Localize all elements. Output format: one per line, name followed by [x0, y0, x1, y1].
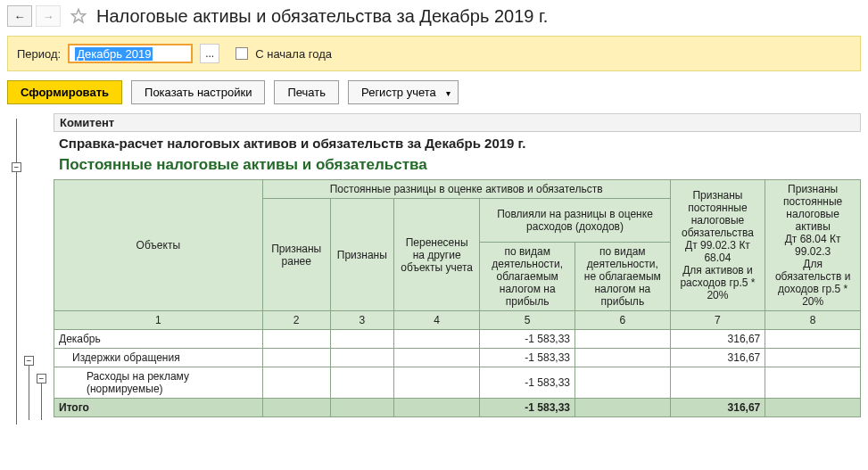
page-title: Налоговые активы и обязательства за Дека…	[96, 6, 548, 27]
th-perm-diff: Постоянные разницы в оценке активов и об…	[262, 180, 670, 199]
th-taxable: по видам деятельности, облагаемым налого…	[480, 243, 575, 311]
colnum: 7	[670, 311, 765, 330]
favorite-star-icon[interactable]	[70, 7, 87, 25]
period-value: Декабрь 2019	[75, 47, 153, 61]
table-total-row: Итого -1 583,33 316,67	[54, 399, 861, 417]
period-input[interactable]: Декабрь 2019	[68, 44, 193, 63]
colnum: 2	[262, 311, 330, 330]
report-table: Объекты Постоянные разницы в оценке акти…	[54, 179, 861, 417]
tree-toggle[interactable]: −	[12, 162, 21, 172]
total-cell: -1 583,33	[480, 399, 575, 417]
report-title: Справка-расчет налоговых активов и обяза…	[54, 132, 861, 153]
cell-label: Расходы на рекламу (нормируемые)	[54, 367, 263, 399]
table-row: Издержки обращения -1 583,33 316,67	[54, 349, 861, 367]
organization-row: Комитент	[54, 113, 861, 132]
th-recognized: Признаны	[330, 199, 393, 311]
table-row: Расходы на рекламу (нормируемые) -1 583,…	[54, 367, 861, 399]
colnum: 4	[393, 311, 479, 330]
generate-button[interactable]: Сформировать	[7, 80, 122, 104]
forward-button[interactable]: →	[36, 5, 61, 27]
back-button[interactable]: ←	[7, 5, 32, 27]
th-affected: Повлияли на разницы в оценке расходов (д…	[480, 199, 670, 243]
from-year-start-checkbox[interactable]	[236, 47, 248, 60]
th-col7: Признаны постоянные налоговые обязательс…	[670, 180, 765, 311]
tree-toggle[interactable]: −	[37, 374, 46, 383]
cell: 316,67	[670, 349, 765, 367]
table-row: Декабрь -1 583,33 316,67	[54, 330, 861, 349]
register-dropdown[interactable]: Регистр учета	[348, 80, 459, 104]
th-nontaxable: по видам деятельности, не облагаемым нал…	[575, 243, 671, 311]
colnum: 5	[480, 311, 575, 330]
total-label: Итого	[54, 399, 263, 417]
th-recognized-before: Признаны ранее	[262, 199, 330, 311]
cell: 316,67	[670, 330, 765, 349]
cell: -1 583,33	[480, 367, 575, 399]
total-cell: 316,67	[670, 399, 765, 417]
period-label: Период:	[17, 47, 61, 61]
period-bar: Период: Декабрь 2019 ... С начала года	[7, 36, 861, 71]
tree-toggle[interactable]: −	[24, 356, 34, 366]
colnum: 6	[575, 311, 671, 330]
tree-gutter: − − −	[7, 113, 54, 417]
th-transferred: Перенесены на другие объекты учета	[393, 199, 479, 311]
show-settings-button[interactable]: Показать настройки	[131, 80, 265, 104]
cell: -1 583,33	[480, 349, 575, 367]
period-picker-button[interactable]: ...	[200, 44, 219, 63]
from-year-start-label: С начала года	[255, 47, 332, 61]
cell-label: Издержки обращения	[54, 349, 263, 367]
colnum: 3	[330, 311, 393, 330]
colnum: 1	[54, 311, 263, 330]
th-objects: Объекты	[54, 180, 263, 311]
cell-label: Декабрь	[54, 330, 263, 349]
print-button[interactable]: Печать	[274, 80, 339, 104]
colnum: 8	[765, 311, 861, 330]
th-col8: Признаны постоянные налоговые активы Дт …	[765, 180, 861, 311]
cell	[670, 367, 765, 399]
cell: -1 583,33	[480, 330, 575, 349]
svg-marker-0	[72, 10, 86, 22]
section-title: Постоянные налоговые активы и обязательс…	[54, 153, 861, 179]
